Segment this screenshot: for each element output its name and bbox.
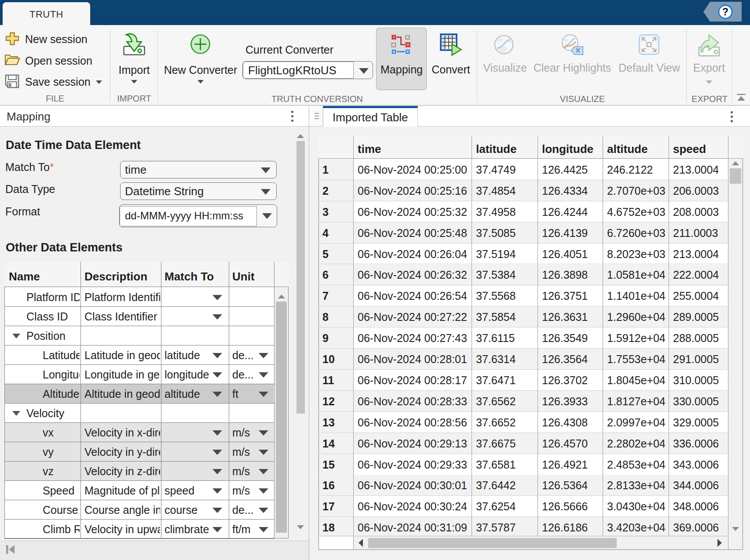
svg-text:?: ? <box>722 6 728 18</box>
